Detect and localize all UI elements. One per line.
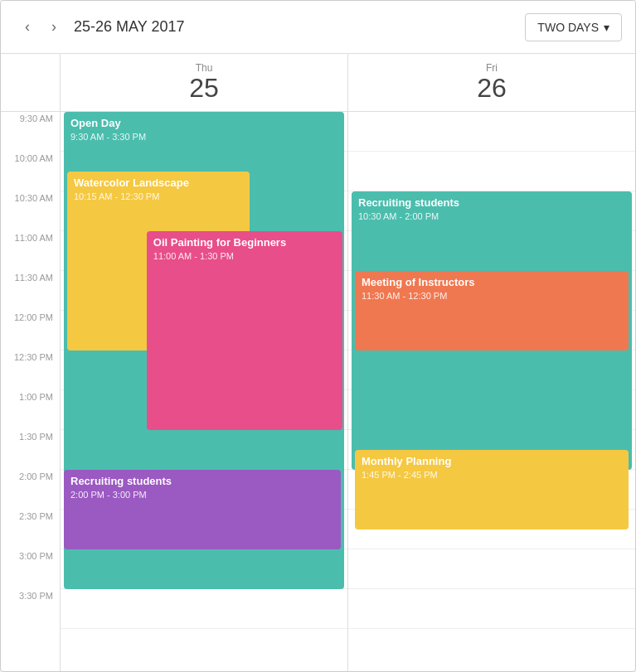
event-thu-oil-painting[interactable]: Oil Painting for Beginners 11:00 AM - 1:…: [147, 231, 342, 430]
day-header-thu: Thu 25: [61, 54, 348, 111]
time-slot-930: 9:30 AM: [1, 112, 60, 152]
event-fri-meeting[interactable]: Meeting of Instructors 11:30 AM - 12:30 …: [355, 271, 629, 351]
dropdown-icon: ▾: [604, 21, 609, 34]
calendar-container: ‹ › 25-26 MAY 2017 TWO DAYS ▾ Thu 25 Fri…: [0, 0, 636, 672]
thu-number: 25: [61, 74, 347, 103]
day-header-row: Thu 25 Fri 26: [1, 54, 635, 112]
time-slot-1130: 11:30 AM: [1, 271, 60, 311]
time-slot-1100: 11:00 AM: [1, 231, 60, 271]
day-header-fri: Fri 26: [348, 54, 635, 111]
prev-button[interactable]: ‹: [14, 14, 41, 41]
event-fri-monthly[interactable]: Monthly Planning 1:45 PM - 2:45 PM: [355, 450, 629, 529]
time-slot-1230: 12:30 PM: [1, 351, 60, 390]
time-gutter-spacer: [1, 54, 61, 111]
fri-column: Recruiting students 10:30 AM - 2:00 PM M…: [348, 112, 635, 671]
fri-name: Fri: [348, 62, 635, 74]
time-slot-100: 1:00 PM: [1, 390, 60, 430]
time-slot-1000: 10:00 AM: [1, 152, 60, 191]
thu-column: Open Day 9:30 AM - 3:30 PM Watercolor La…: [61, 112, 348, 671]
time-slot-1030: 10:30 AM: [1, 191, 60, 231]
event-thu-recruiting[interactable]: Recruiting students 2:00 PM - 3:00 PM: [64, 470, 341, 549]
time-slot-230: 2:30 PM: [1, 510, 60, 549]
date-range-title: 25-26 MAY 2017: [74, 18, 525, 36]
calendar-grid: 9:30 AM 10:00 AM 10:30 AM 11:00 AM 11:30…: [1, 112, 635, 671]
days-grid: Open Day 9:30 AM - 3:30 PM Watercolor La…: [61, 112, 635, 671]
time-slot-330: 3:30 PM: [1, 589, 60, 629]
time-slot-130: 1:30 PM: [1, 430, 60, 470]
view-label: TWO DAYS: [537, 21, 599, 34]
view-selector-button[interactable]: TWO DAYS ▾: [525, 13, 622, 41]
time-gutter: 9:30 AM 10:00 AM 10:30 AM 11:00 AM 11:30…: [1, 112, 61, 671]
next-button[interactable]: ›: [41, 14, 67, 41]
fri-number: 26: [348, 74, 635, 103]
time-slot-300: 3:00 PM: [1, 549, 60, 589]
calendar-header: ‹ › 25-26 MAY 2017 TWO DAYS ▾: [1, 1, 635, 54]
time-slot-200: 2:00 PM: [1, 470, 60, 510]
time-slot-1200: 12:00 PM: [1, 311, 60, 351]
thu-name: Thu: [61, 62, 347, 74]
